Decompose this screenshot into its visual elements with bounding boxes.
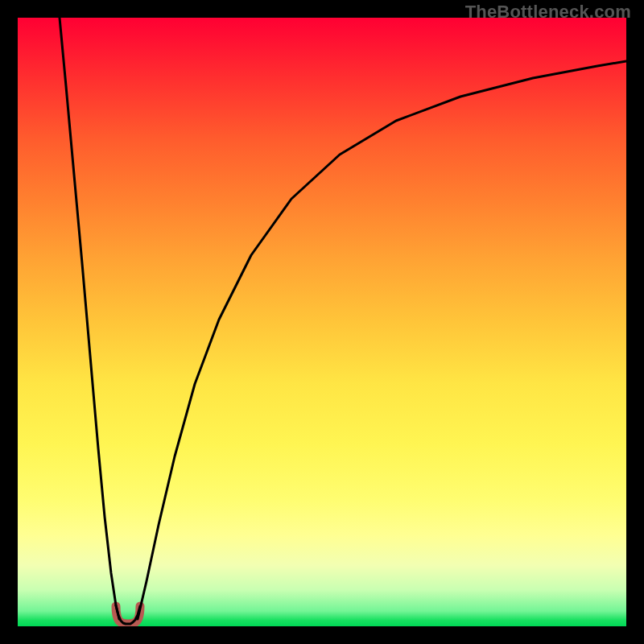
- curve-left-branch: [60, 18, 119, 619]
- plot-area: [18, 18, 626, 626]
- chart-frame: TheBottleneck.com: [0, 0, 644, 644]
- plot-svg: [18, 18, 626, 626]
- curve-right-branch: [138, 61, 626, 619]
